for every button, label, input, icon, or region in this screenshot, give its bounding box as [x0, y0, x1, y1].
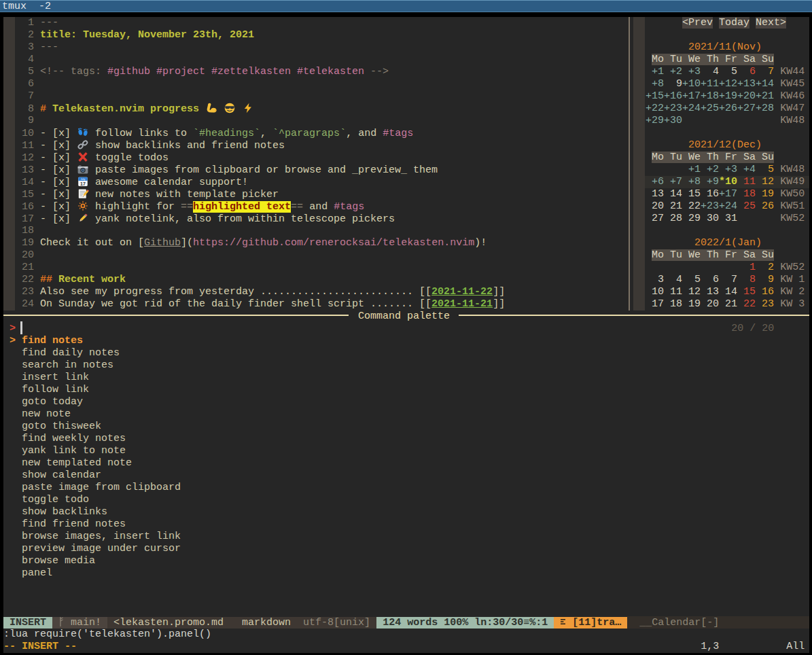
svg-text:17: 17 — [80, 181, 86, 186]
svg-text:July: July — [81, 178, 86, 181]
